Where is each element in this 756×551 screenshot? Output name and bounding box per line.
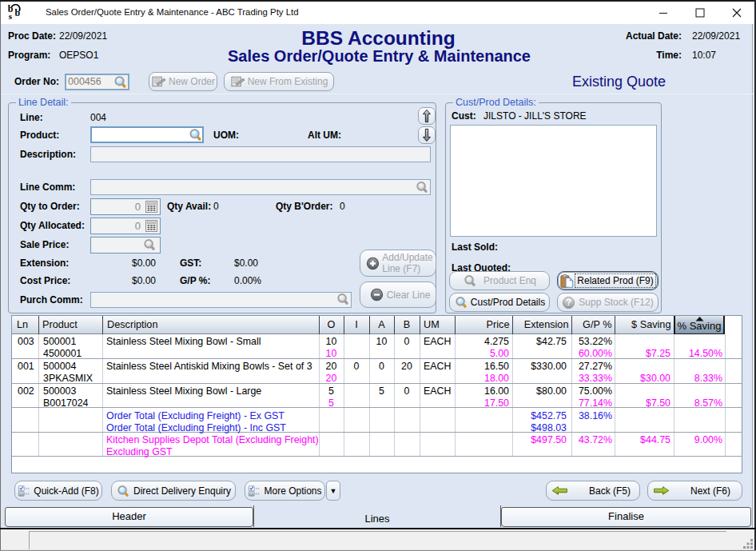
svg-text:b: b [15, 7, 21, 18]
svg-text:s: s [9, 11, 13, 21]
